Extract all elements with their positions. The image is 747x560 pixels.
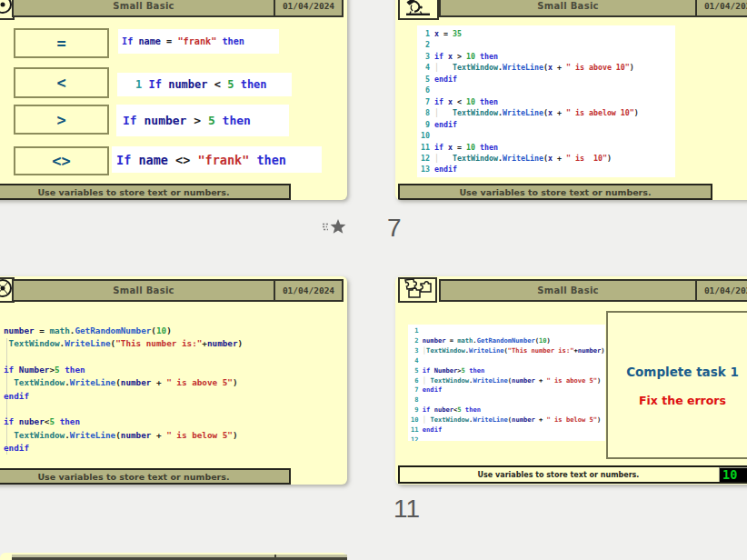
operator-box-equals: = — [14, 28, 109, 58]
slide-title-bar: Small Basic 01/04/2024 — [12, 0, 344, 17]
code-line: 6 │ TextWindow.WriteLine(number + " is a… — [411, 376, 605, 386]
slide-footer: Use variables to store text or numbers. — [0, 184, 291, 200]
task-heading: Complete task 1 — [608, 365, 747, 379]
slide-title-bar: Small Basic 01/04/2024 — [439, 0, 747, 17]
slide-title: Small Basic — [441, 0, 695, 15]
code-line: 9 if nuber<5 then — [411, 405, 605, 415]
reel-icon — [0, 0, 13, 16]
task-warning: Fix the errors — [608, 394, 747, 407]
slide-title: Small Basic — [14, 0, 274, 15]
code-line: 11 if x = 10 then — [421, 142, 675, 153]
code-line: 8 — [411, 395, 605, 405]
operator-box-greater: > — [14, 105, 109, 135]
code-line: 7 if x < 10 then — [421, 96, 675, 107]
code-line: endif — [4, 390, 243, 403]
slide-icon-box — [398, 0, 439, 20]
code-line: 8 │ TextWindow.WriteLine(x + " is abelow… — [421, 107, 675, 118]
reel-icon — [0, 277, 13, 299]
code-line: 7 endif — [411, 385, 605, 395]
task-panel: Complete task 1 Fix the errors — [606, 311, 747, 459]
code-line: If name = "frank" then — [122, 36, 244, 46]
code-line: 2 — [421, 39, 675, 50]
slide-date: 01/04/2024 — [695, 281, 747, 300]
code-line: 1 If number < 5 then — [135, 78, 267, 91]
code-line: number = math.GetRandomNumber(10) — [4, 325, 243, 337]
code-line: 12 │ TextWindow.WriteLine(x + " is 10") — [421, 153, 675, 164]
microscope-icon — [401, 0, 437, 16]
code-example-equals: If name = "frank" then — [118, 29, 279, 54]
code-example-less: 1 If number < 5 then — [117, 73, 292, 96]
partial-slide-date-divider — [274, 555, 276, 560]
slide-thumbnail-operators[interactable]: Small Basic 01/04/2024 = If name = "fran… — [0, 0, 347, 200]
code-line — [4, 403, 243, 415]
slide-title: Small Basic — [14, 281, 274, 300]
slide-footer: Use variables to store text or numbers. … — [398, 465, 747, 484]
code-line: TextWindow.WriteLine(number + " is below… — [4, 429, 243, 442]
slide-title-bar: Small Basic 01/04/2024 — [12, 279, 344, 302]
code-line: TextWindow.WriteLine(number + " is above… — [4, 376, 243, 389]
slide-footer: Use variables to store text or numbers. — [0, 468, 291, 485]
code-line: 13 endif — [421, 164, 675, 175]
slide-footer-text: Use variables to store text or numbers. — [400, 467, 717, 482]
code-block: 1 2 number = math.GetRandomNumber(10) 3 … — [408, 325, 605, 441]
code-line: if Number>5 then — [4, 364, 243, 376]
code-line: 10 │ TextWindow.WriteLine(number + " is … — [411, 415, 605, 425]
code-line: If name <> "frank" then — [116, 153, 286, 167]
code-line: 6 — [421, 85, 675, 95]
code-block: 1 x = 35 2 3 if x > 10 then 4 │ TextWind… — [417, 25, 675, 177]
slide-date: 01/04/2024 — [274, 281, 342, 300]
slide-icon-box — [398, 277, 437, 303]
code-line: 1 — [411, 326, 605, 336]
slide-thumbnail-if-x[interactable]: Small Basic 01/04/2024 1 x = 35 2 3 if x… — [395, 0, 747, 200]
code-line: 2 number = math.GetRandomNumber(10) — [411, 336, 605, 346]
transition-star-icon[interactable] — [322, 218, 347, 235]
slide-number-7: 7 — [387, 215, 402, 241]
slide-thumbnail-task[interactable]: Small Basic 01/04/2024 1 2 number = math… — [395, 276, 747, 485]
slide-title: Small Basic — [441, 281, 695, 300]
slide-date: 01/04/2024 — [274, 0, 342, 15]
code-line: If number > 5 then — [123, 114, 251, 127]
code-line: 9 endif — [421, 119, 675, 130]
code-line: 3 if x > 10 then — [421, 51, 675, 62]
code-line: 4 │ TextWindow.WriteLine(x + " is above … — [421, 62, 675, 73]
code-line: 4 — [411, 356, 605, 366]
slide-title-bar: Small Basic 01/04/2024 — [439, 279, 747, 302]
code-line: 5 endif — [421, 74, 675, 85]
code-line: TextWindow.WriteLine("This number is:"+n… — [4, 337, 243, 350]
countdown-timer: 10 : — [719, 467, 747, 482]
code-line: if nuber<5 then — [4, 415, 243, 428]
code-line: 11 endif — [411, 425, 605, 435]
slide-footer: Use variables to store text or numbers. — [398, 184, 712, 200]
operator-box-less: < — [14, 67, 109, 98]
code-line: 5 if Number>5 then — [411, 366, 605, 376]
slide-date: 01/04/2024 — [695, 0, 747, 15]
code-example-notequal: If name <> "frank" then — [112, 146, 322, 173]
puzzle-icon — [401, 277, 435, 299]
code-line: 3 │TextWindow.WriteLine("This number is:… — [411, 346, 605, 356]
code-line: 12 — [411, 435, 605, 441]
code-line: 1 x = 35 — [421, 28, 675, 39]
code-line — [4, 351, 243, 364]
operator-box-notequal: <> — [14, 146, 109, 175]
slide-thumbnail-random[interactable]: Small Basic 01/04/2024 number = math.Get… — [0, 276, 347, 485]
code-example-greater: If number > 5 then — [116, 105, 289, 136]
slide-sorter-view: Small Basic 01/04/2024 = If name = "fran… — [0, 0, 747, 560]
slide-thumbnail-partial[interactable] — [0, 553, 347, 560]
code-line: endif — [4, 442, 243, 455]
slide-number-11: 11 — [393, 496, 420, 522]
code-line: 10 — [421, 130, 675, 141]
code-block: number = math.GetRandomNumber(10) TextWi… — [4, 325, 243, 455]
